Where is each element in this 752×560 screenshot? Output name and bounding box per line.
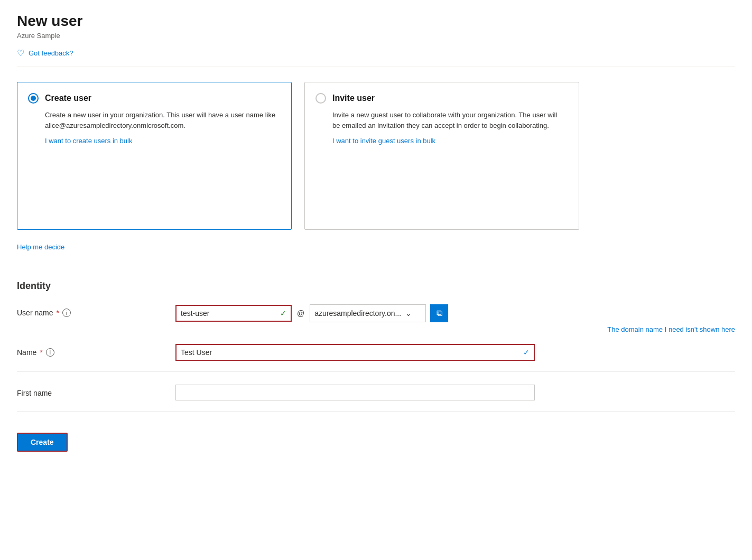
header-divider <box>17 67 735 67</box>
bottom-divider <box>17 411 735 412</box>
invite-user-desc: Invite a new guest user to collaborate w… <box>332 110 566 130</box>
create-user-card[interactable]: Create user Create a new user in your or… <box>17 82 292 230</box>
create-user-desc: Create a new user in your organization. … <box>45 110 278 130</box>
at-symbol: @ <box>296 309 305 318</box>
name-input[interactable] <box>177 345 534 360</box>
create-user-title: Create user <box>45 94 91 103</box>
create-bulk-link[interactable]: I want to create users in bulk <box>45 137 278 145</box>
username-input-row: ✓ @ azuresampledirectory.on... ⌄ ⧉ <box>175 304 735 322</box>
username-info-icon[interactable]: i <box>62 309 71 317</box>
firstname-row: First name <box>17 385 735 400</box>
heart-icon: ♡ <box>17 48 24 58</box>
domain-not-shown-link[interactable]: The domain name I need isn't shown here <box>175 325 735 333</box>
create-user-header: Create user <box>28 93 278 104</box>
username-field-wrap: ✓ <box>175 305 292 322</box>
invite-user-radio[interactable] <box>315 93 326 104</box>
username-required-star: * <box>56 309 59 317</box>
chevron-down-icon: ⌄ <box>405 309 421 318</box>
feedback-link[interactable]: ♡ Got feedback? <box>17 48 735 58</box>
firstname-field-wrap <box>175 385 535 400</box>
username-input[interactable] <box>177 306 291 321</box>
name-check-icon: ✓ <box>523 348 530 357</box>
username-label: User name * i <box>17 304 175 317</box>
domain-value: azuresampledirectory.on... <box>314 309 401 318</box>
identity-title: Identity <box>17 281 735 292</box>
help-decide-link[interactable]: Help me decide <box>17 243 64 251</box>
name-required-star: * <box>40 348 42 357</box>
username-controls: ✓ @ azuresampledirectory.on... ⌄ ⧉ The d… <box>175 304 735 333</box>
bottom-bar: Create <box>17 424 735 452</box>
copy-domain-button[interactable]: ⧉ <box>430 304 448 322</box>
create-user-radio[interactable] <box>28 93 39 104</box>
name-label: Name * i <box>17 344 175 357</box>
form-divider <box>17 371 735 372</box>
page-subtitle: Azure Sample <box>17 32 735 40</box>
invite-user-card[interactable]: Invite user Invite a new guest user to c… <box>304 82 579 230</box>
copy-icon: ⧉ <box>437 309 442 318</box>
username-check-icon: ✓ <box>280 309 286 318</box>
page-title: New user <box>17 13 735 30</box>
domain-dropdown[interactable]: azuresampledirectory.on... ⌄ <box>310 304 426 322</box>
username-row: User name * i ✓ @ azuresampledirectory.o… <box>17 304 735 333</box>
create-button[interactable]: Create <box>17 433 68 452</box>
invite-user-header: Invite user <box>315 93 566 104</box>
option-cards-row: Create user Create a new user in your or… <box>17 82 735 230</box>
name-info-icon[interactable]: i <box>46 348 54 357</box>
invite-user-title: Invite user <box>332 94 375 103</box>
invite-bulk-link[interactable]: I want to invite guest users in bulk <box>332 137 566 145</box>
firstname-input[interactable] <box>176 385 534 400</box>
firstname-label: First name <box>17 385 175 397</box>
name-row: Name * i ✓ <box>17 344 735 361</box>
radio-selected-dot <box>31 96 36 101</box>
name-field-wrap: ✓ <box>175 344 535 361</box>
identity-section: Identity User name * i ✓ @ azuresampledi… <box>17 281 735 400</box>
